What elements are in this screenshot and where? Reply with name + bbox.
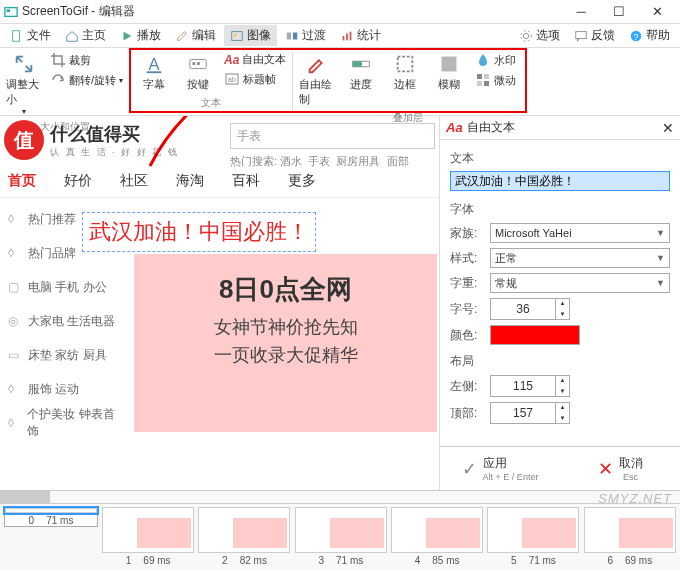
menu-image[interactable]: 图像 (224, 25, 277, 46)
cat-item[interactable]: ◎大家电 生活电器 (8, 304, 122, 338)
close-button[interactable]: ✕ (638, 0, 676, 24)
ribbon-group-text: A字幕 按键 Aa自由文本 ab标题帧 文本 (130, 48, 292, 115)
nav-tabs: 首页 好价 社区 海淘 百科 更多 (0, 164, 439, 198)
panel-header: Aa 自由文本 ✕ (440, 116, 680, 140)
svg-rect-2 (13, 30, 20, 41)
left-input[interactable]: 115▲▼ (490, 375, 570, 397)
tab-community[interactable]: 社区 (120, 172, 148, 190)
frame-thumbnail[interactable]: 571 ms (487, 507, 579, 567)
cat-item[interactable]: ▭床垫 家纺 厨具 (8, 338, 122, 372)
cat-item[interactable]: ◊个护美妆 钟表首饰 (8, 406, 122, 440)
svg-rect-28 (484, 74, 489, 79)
panel-close-button[interactable]: ✕ (662, 120, 674, 136)
app-icon (4, 5, 18, 19)
minimize-button[interactable]: ─ (562, 0, 600, 24)
caption-button[interactable]: A字幕 (134, 51, 174, 94)
svg-rect-19 (197, 62, 200, 65)
svg-rect-26 (442, 57, 457, 72)
menu-play[interactable]: 播放 (114, 25, 167, 46)
watermark-text: SMYZ.NET (598, 491, 672, 506)
svg-text:?: ? (634, 31, 639, 41)
menu-stats[interactable]: 统计 (334, 25, 387, 46)
text-input[interactable] (450, 171, 670, 191)
svg-rect-16 (147, 71, 162, 73)
content-area: 值 什么值得买 认 真 生 活 · 好 好 花 钱 手表 热门搜索: 酒水 手表… (0, 116, 680, 490)
crop-button[interactable]: 裁剪 (48, 51, 125, 69)
svg-point-4 (234, 33, 237, 36)
tab-haitao[interactable]: 海淘 (176, 172, 204, 190)
watermark-button[interactable]: 水印 (473, 51, 518, 69)
keypress-button[interactable]: 按键 (178, 51, 218, 94)
freetext-panel: Aa 自由文本 ✕ 文本 字体 家族:Microsoft YaHei▼ 样式:正… (440, 116, 680, 490)
svg-rect-29 (477, 81, 482, 86)
svg-rect-5 (287, 32, 291, 39)
brand-name: 什么值得买 (50, 122, 179, 146)
border-button[interactable]: 边框 (385, 51, 425, 109)
svg-rect-24 (398, 57, 413, 72)
font-weight-select[interactable]: 常规▼ (490, 273, 670, 293)
freetext-button[interactable]: Aa自由文本 (222, 51, 288, 68)
brand-logo: 值 (4, 120, 44, 160)
svg-rect-1 (7, 9, 11, 12)
top-input[interactable]: 157▲▼ (490, 402, 570, 424)
menu-help[interactable]: ?帮助 (623, 25, 676, 46)
svg-rect-9 (350, 31, 352, 40)
font-family-select[interactable]: Microsoft YaHei▼ (490, 223, 670, 243)
svg-rect-23 (353, 61, 362, 67)
frame-thumbnail[interactable]: 485 ms (391, 507, 483, 567)
frame-thumbnail[interactable]: 169 ms (102, 507, 194, 567)
flip-button[interactable]: 翻转/旋转▾ (48, 71, 125, 89)
brand-slogan: 认 真 生 活 · 好 好 花 钱 (50, 146, 179, 159)
frame-thumbnail[interactable]: 282 ms (198, 507, 290, 567)
svg-rect-7 (343, 36, 345, 40)
tab-more[interactable]: 更多 (288, 172, 316, 190)
tab-wiki[interactable]: 百科 (232, 172, 260, 190)
blur-button[interactable]: 模糊 (429, 51, 469, 109)
svg-text:ab: ab (228, 76, 236, 83)
cat-item[interactable]: ▢电脑 手机 办公 (8, 270, 122, 304)
ribbon: 调整大小▾ 裁剪 翻转/旋转▾ 大小和位置 A字幕 按键 Aa自由文本 ab标题… (0, 48, 680, 116)
menu-home[interactable]: 主页 (59, 25, 112, 46)
tab-deals[interactable]: 好价 (64, 172, 92, 190)
menubar: 文件 主页 播放 编辑 图像 过渡 统计 选项 反馈 ?帮助 (0, 24, 680, 48)
progress-button[interactable]: 进度 (341, 51, 381, 109)
freetext-icon: Aa (446, 120, 463, 135)
frame-thumbnail[interactable]: 071 ms (4, 507, 98, 527)
titleframe-button[interactable]: ab标题帧 (222, 70, 288, 88)
menu-file[interactable]: 文件 (4, 25, 57, 46)
menu-feedback[interactable]: 反馈 (568, 25, 621, 46)
font-size-input[interactable]: 36▲▼ (490, 298, 570, 320)
ribbon-group-overlay: 自由绘制 进度 边框 模糊 水印 微动 叠加层 (293, 48, 522, 115)
frame-thumbnail[interactable]: 669 ms (584, 507, 676, 567)
tab-home[interactable]: 首页 (8, 172, 36, 190)
menu-options[interactable]: 选项 (513, 25, 566, 46)
svg-point-11 (521, 30, 532, 41)
titlebar: ScreenToGif - 编辑器 ─ ☐ ✕ (0, 0, 680, 24)
svg-rect-27 (477, 74, 482, 79)
maximize-button[interactable]: ☐ (600, 0, 638, 24)
apply-button[interactable]: ✓应用Alt + E / Enter (440, 447, 560, 490)
menu-edit[interactable]: 编辑 (169, 25, 222, 46)
cinemagraph-button[interactable]: 微动 (473, 71, 518, 89)
search-input[interactable]: 手表 (230, 123, 435, 149)
cancel-button[interactable]: ✕取消Esc (560, 447, 680, 490)
frame-thumbnail[interactable]: 371 ms (295, 507, 387, 567)
color-swatch[interactable] (490, 325, 580, 345)
resize-button[interactable]: 调整大小▾ (4, 51, 44, 118)
cat-item[interactable]: ◊服饰 运动 (8, 372, 122, 406)
svg-rect-3 (232, 31, 243, 40)
canvas-preview: 值 什么值得买 认 真 生 活 · 好 好 花 钱 手表 热门搜索: 酒水 手表… (0, 116, 440, 490)
svg-point-10 (523, 33, 528, 38)
panel-footer: ✓应用Alt + E / Enter ✕取消Esc (440, 446, 680, 490)
horizontal-scrollbar[interactable] (0, 490, 680, 504)
freetext-overlay[interactable]: 武汉加油！中国必胜！ (82, 212, 316, 252)
svg-rect-6 (293, 32, 297, 39)
font-style-select[interactable]: 正常▼ (490, 248, 670, 268)
svg-rect-30 (484, 81, 489, 86)
menu-transition[interactable]: 过渡 (279, 25, 332, 46)
banner: 8日0点全网 女神节神价抢先知 一页收录大促精华 (134, 254, 437, 432)
svg-text:A: A (149, 55, 160, 73)
hot-searches: 热门搜索: 酒水 手表 厨房用具 面部 (230, 154, 409, 169)
ribbon-group-size: 调整大小▾ 裁剪 翻转/旋转▾ 大小和位置 (0, 48, 129, 115)
freedraw-button[interactable]: 自由绘制 (297, 51, 337, 109)
